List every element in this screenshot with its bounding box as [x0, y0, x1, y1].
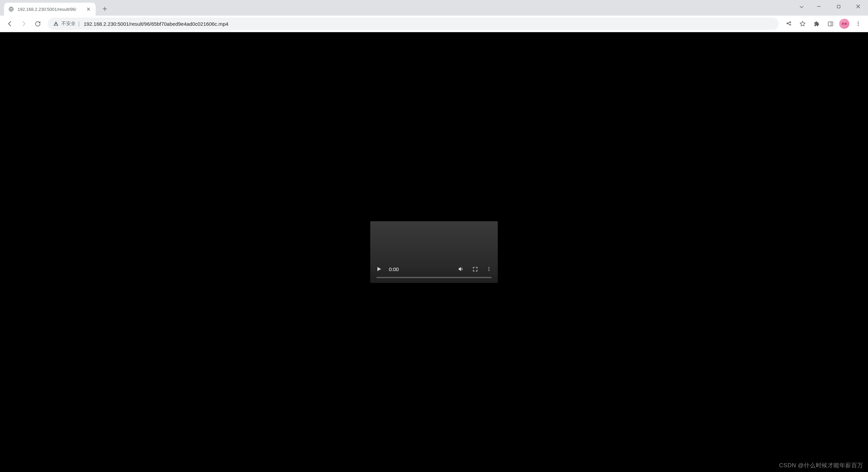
- volume-button[interactable]: [457, 265, 465, 273]
- watermark: CSDN @什么时候才能年薪百万: [779, 461, 863, 469]
- divider: |: [78, 21, 80, 26]
- toolbar: 不安全 | 192.168.2.230:5001/result/96/65bf7…: [0, 16, 868, 32]
- content-area: 0:00 CSDN @什么时候才能年薪百: [0, 32, 868, 472]
- svg-point-9: [858, 25, 859, 26]
- url-text: 192.168.2.230:5001/result/96/65bf70abed9…: [84, 21, 773, 27]
- reload-button[interactable]: [31, 17, 44, 30]
- browser-tab[interactable]: 192.168.2.230:5001/result/96/: [4, 3, 96, 16]
- svg-rect-3: [56, 25, 56, 25]
- share-button[interactable]: [783, 17, 795, 30]
- globe-icon: [8, 6, 14, 12]
- svg-rect-1: [837, 5, 840, 8]
- security-label: 不安全: [61, 21, 76, 27]
- fullscreen-button[interactable]: [471, 265, 479, 273]
- play-button[interactable]: [375, 265, 383, 273]
- svg-point-7: [858, 22, 859, 23]
- svg-rect-4: [828, 22, 833, 26]
- svg-point-10: [489, 267, 490, 268]
- security-indicator[interactable]: 不安全 |: [53, 21, 80, 27]
- video-player[interactable]: 0:00: [370, 221, 498, 283]
- svg-point-12: [489, 270, 490, 271]
- tab-bar: 192.168.2.230:5001/result/96/: [0, 0, 868, 16]
- video-menu-button[interactable]: [485, 265, 493, 273]
- video-progress-bar[interactable]: [376, 277, 492, 278]
- svg-point-11: [489, 269, 490, 270]
- back-button[interactable]: [3, 17, 16, 30]
- window-minimize-button[interactable]: [809, 0, 829, 13]
- video-time: 0:00: [389, 266, 451, 272]
- svg-rect-2: [56, 23, 56, 24]
- forward-button[interactable]: [17, 17, 30, 30]
- tab-title: 192.168.2.230:5001/result/96/: [18, 7, 82, 12]
- address-bar[interactable]: 不安全 | 192.168.2.230:5001/result/96/65bf7…: [48, 18, 779, 30]
- close-tab-button[interactable]: [85, 6, 92, 12]
- menu-button[interactable]: [852, 17, 865, 30]
- svg-point-8: [858, 23, 859, 24]
- window-close-button[interactable]: [848, 0, 868, 13]
- svg-point-5: [842, 23, 844, 25]
- video-controls: 0:00: [370, 261, 498, 277]
- tab-search-button[interactable]: [794, 1, 809, 14]
- bookmark-button[interactable]: [796, 17, 809, 30]
- window-maximize-button[interactable]: [829, 0, 848, 13]
- warning-icon: [53, 21, 59, 26]
- sidepanel-button[interactable]: [824, 17, 837, 30]
- profile-avatar[interactable]: [839, 19, 849, 29]
- extensions-button[interactable]: [810, 17, 823, 30]
- new-tab-button[interactable]: [99, 3, 111, 15]
- svg-point-6: [845, 23, 847, 25]
